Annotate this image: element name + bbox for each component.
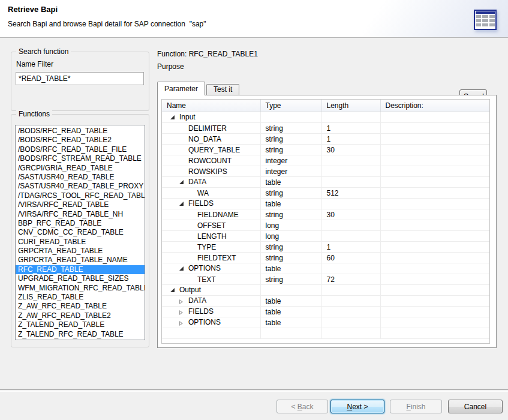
parameter-row[interactable]: OPTIONStable bbox=[162, 263, 489, 274]
functions-legend: Functions bbox=[16, 110, 52, 118]
param-name: WA bbox=[197, 189, 209, 197]
collapse-icon[interactable] bbox=[179, 265, 188, 273]
search-function-group: Search function Name Filter Search bbox=[11, 52, 149, 111]
function-list-item[interactable]: /BODS/RFC_READ_TABLE2 bbox=[16, 136, 145, 145]
function-list-item[interactable]: /SAST/USR40_READ_TABLE bbox=[16, 173, 145, 182]
parameter-row[interactable]: WAstring512 bbox=[162, 188, 489, 199]
param-length: 30 bbox=[321, 145, 380, 155]
param-description bbox=[380, 199, 489, 209]
parameter-table: NameTypeLengthDescription: InputDELIMITE… bbox=[161, 99, 490, 344]
param-name: Output bbox=[179, 286, 201, 294]
function-list-item[interactable]: /GRCPI/GRIA_READ_TABLE bbox=[16, 164, 145, 173]
function-list-item[interactable]: /BODS/RFC_READ_TABLE bbox=[16, 127, 145, 136]
function-list-item[interactable]: CNV_CDMC_CC_READ_TABLE bbox=[16, 228, 145, 237]
param-description bbox=[380, 155, 489, 166]
tab-parameter[interactable]: Parameter bbox=[157, 82, 205, 95]
function-list-item[interactable]: GRPCRTA_READ_TABLE_NAME bbox=[16, 256, 145, 265]
param-description bbox=[380, 328, 489, 339]
parameter-row[interactable]: DATAtable bbox=[162, 177, 489, 188]
param-description bbox=[380, 274, 489, 285]
param-name: FIELDNAME bbox=[197, 211, 239, 219]
expand-icon[interactable] bbox=[179, 308, 188, 316]
function-list-item[interactable]: RFC_READ_TABLE bbox=[16, 265, 145, 274]
param-type: string bbox=[260, 145, 321, 155]
name-filter-input[interactable] bbox=[16, 72, 144, 85]
param-length: 1 bbox=[321, 242, 380, 253]
parameter-row[interactable]: ROWSKIPSinteger bbox=[162, 166, 489, 177]
param-type: string bbox=[260, 188, 321, 199]
param-description bbox=[380, 231, 489, 242]
param-length bbox=[321, 263, 380, 274]
function-list-item[interactable]: WFM_MIGRATION_RFC_READ_TABLE bbox=[16, 284, 145, 293]
search-function-legend: Search function bbox=[16, 47, 71, 56]
parameter-row[interactable]: LENGTHlong bbox=[162, 231, 489, 242]
parameter-row[interactable]: TEXTstring72 bbox=[162, 274, 489, 285]
function-list-item[interactable]: /VIRSA/RFC_READ_TABLE bbox=[16, 200, 145, 209]
function-list-item[interactable]: Z_AW_RFC_READ_TABLE2 bbox=[16, 311, 145, 320]
expand-icon[interactable] bbox=[179, 319, 188, 327]
param-type: string bbox=[260, 253, 321, 263]
param-description bbox=[380, 209, 489, 220]
parameter-row[interactable]: FIELDStable bbox=[162, 199, 489, 209]
expand-icon[interactable] bbox=[179, 297, 188, 305]
parameter-row[interactable]: DELIMITERstring1 bbox=[162, 123, 489, 134]
tab-test-it[interactable]: Test it bbox=[206, 84, 239, 95]
param-description bbox=[380, 112, 489, 123]
param-length bbox=[321, 112, 380, 123]
function-list-item[interactable]: /VIRSA/RFC_READ_TABLE_NH bbox=[16, 210, 145, 219]
param-length bbox=[321, 155, 380, 166]
param-type: long bbox=[260, 231, 321, 242]
param-name: FIELDS bbox=[188, 307, 214, 316]
next-button[interactable]: Next > bbox=[330, 400, 384, 413]
collapse-icon[interactable] bbox=[179, 178, 188, 187]
function-list-item[interactable]: Z_AW_RFC_READ_TABLE bbox=[16, 302, 145, 311]
function-list-item[interactable]: GRPCRTA_READ_TABLE bbox=[16, 247, 145, 256]
parameter-row[interactable]: OFFSETlong bbox=[162, 220, 489, 231]
parameter-row[interactable]: Output bbox=[162, 285, 489, 296]
function-list-item[interactable]: UPGRADE_READ_TABLE_SIZES bbox=[16, 274, 145, 283]
column-header[interactable]: Length bbox=[321, 100, 380, 112]
function-list-item[interactable]: CURI_READ_TABLE bbox=[16, 238, 145, 247]
parameter-row[interactable]: FIELDNAMEstring30 bbox=[162, 209, 489, 220]
cancel-button[interactable]: Cancel bbox=[448, 400, 503, 413]
param-name: OPTIONS bbox=[188, 264, 221, 272]
param-type: string bbox=[260, 274, 321, 285]
param-name: Input bbox=[179, 113, 196, 121]
param-length: 30 bbox=[321, 209, 380, 220]
parameter-row[interactable]: DATAtable bbox=[162, 296, 489, 307]
param-name: DATA bbox=[188, 296, 206, 305]
function-list-item[interactable]: Z_TALEND_READ_TABLE bbox=[16, 320, 145, 329]
function-list-item[interactable]: /TDAG/RCS_TOOL_RFC_READ_TABLE bbox=[16, 191, 145, 200]
param-length bbox=[321, 317, 380, 328]
functions-list[interactable]: /BODS/RFC_READ_TABLE/BODS/RFC_READ_TABLE… bbox=[15, 125, 145, 340]
param-type bbox=[260, 328, 321, 339]
function-list-item[interactable]: Z_TALEND_RFC_READ_TABLE bbox=[16, 330, 145, 339]
function-list-item[interactable]: /BODS/RFC_READ_TABLE_FILE bbox=[16, 145, 145, 154]
collapse-icon[interactable] bbox=[170, 113, 179, 122]
function-list-item[interactable]: ZLIS_READ_TABLE bbox=[16, 293, 145, 302]
parameter-row[interactable]: FIELDStable bbox=[162, 307, 489, 317]
parameter-row[interactable]: Input bbox=[162, 112, 489, 123]
function-list-item[interactable]: BBP_RFC_READ_TABLE bbox=[16, 219, 145, 228]
function-list-item[interactable]: /BODS/RFC_STREAM_READ_TABLE bbox=[16, 154, 145, 163]
param-length: 512 bbox=[321, 188, 380, 199]
function-list-item[interactable]: /SAST/USR40_READ_TABLE_PROXY bbox=[16, 182, 145, 191]
column-header[interactable]: Description: bbox=[380, 100, 489, 112]
column-header[interactable]: Name bbox=[162, 100, 260, 112]
param-description bbox=[380, 296, 489, 307]
column-header[interactable]: Type bbox=[260, 100, 321, 112]
param-description bbox=[380, 317, 489, 328]
collapse-icon[interactable] bbox=[179, 200, 188, 208]
param-description bbox=[380, 188, 489, 199]
parameter-row[interactable]: QUERY_TABLEstring30 bbox=[162, 145, 489, 155]
param-name: FIELDTEXT bbox=[197, 254, 236, 262]
parameter-row[interactable]: ROWCOUNTinteger bbox=[162, 155, 489, 166]
parameter-row[interactable]: NO_DATAstring1 bbox=[162, 134, 489, 145]
parameter-row[interactable]: TYPEstring1 bbox=[162, 242, 489, 253]
parameter-row[interactable]: FIELDTEXTstring60 bbox=[162, 253, 489, 263]
collapse-icon[interactable] bbox=[170, 286, 179, 295]
param-name: ROWSKIPS bbox=[188, 167, 227, 176]
parameter-row[interactable] bbox=[162, 328, 489, 339]
param-length: 72 bbox=[321, 274, 380, 285]
parameter-row[interactable]: OPTIONStable bbox=[162, 317, 489, 328]
